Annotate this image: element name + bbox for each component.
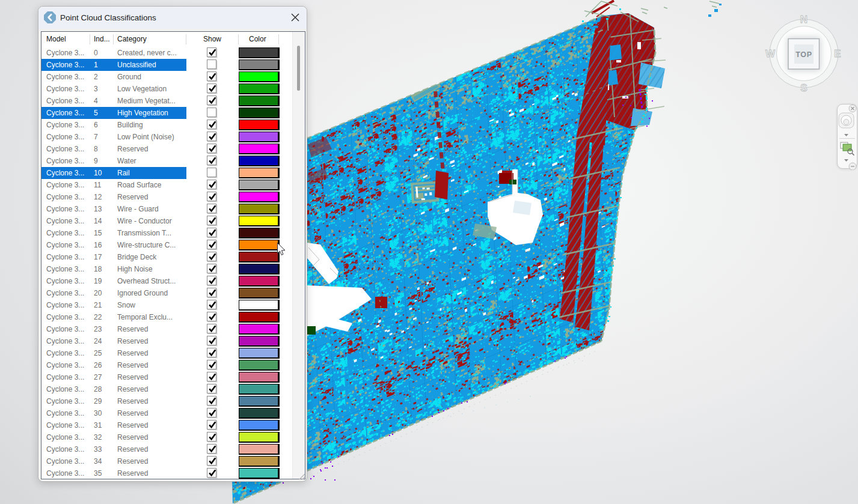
svg-text:N: N bbox=[800, 14, 807, 25]
svg-text:TOP: TOP bbox=[795, 50, 812, 59]
svg-text:W: W bbox=[765, 48, 776, 59]
svg-text:E: E bbox=[834, 48, 841, 59]
svg-text:S: S bbox=[800, 82, 807, 94]
